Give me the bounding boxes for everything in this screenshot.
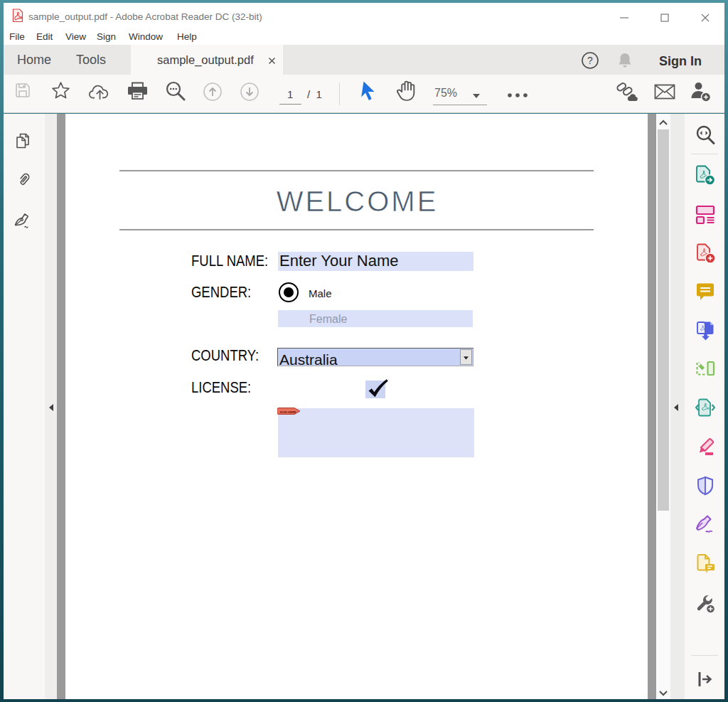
svg-text:SIGN HERE: SIGN HERE	[280, 410, 296, 414]
svg-text:?: ?	[587, 55, 593, 66]
